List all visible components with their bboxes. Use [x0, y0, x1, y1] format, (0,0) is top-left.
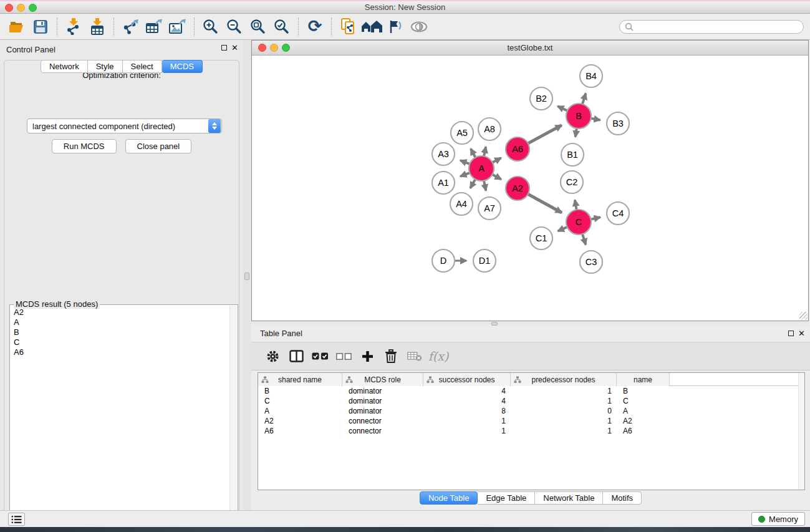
import-table-button[interactable]: [85, 16, 109, 38]
import-network-button[interactable]: [62, 16, 85, 38]
network-window-titlebar[interactable]: testGlobe.txt: [252, 41, 808, 56]
zoom-fit-icon: [250, 19, 266, 35]
graph-node-A6[interactable]: A6: [506, 137, 529, 161]
show-details-button[interactable]: [407, 16, 431, 38]
close-window-icon[interactable]: [5, 4, 13, 12]
splitter-handle[interactable]: [244, 273, 249, 280]
tab-network[interactable]: Network: [41, 60, 88, 73]
delete-table-button[interactable]: [405, 346, 425, 367]
graph-node-A7[interactable]: A7: [478, 197, 501, 220]
graph-node-C[interactable]: C: [566, 210, 591, 235]
result-list-item[interactable]: B: [11, 327, 229, 337]
maximize-window-icon[interactable]: [29, 4, 37, 12]
table-row[interactable]: A6connector11A6: [258, 426, 804, 436]
criterion-dropdown[interactable]: largest connected component (directed): [27, 118, 222, 133]
save-session-button[interactable]: [29, 16, 52, 38]
search-input[interactable]: [634, 22, 798, 31]
column-header-successor-nodes[interactable]: successor nodes: [423, 373, 511, 386]
table-scrollbar[interactable]: [798, 373, 804, 490]
show-columns-button[interactable]: [286, 346, 306, 367]
graph-node-D1[interactable]: D1: [473, 249, 496, 272]
create-column-button[interactable]: [357, 346, 377, 367]
zoom-out-button[interactable]: [223, 16, 246, 38]
close-view-icon[interactable]: [258, 44, 266, 52]
tab-network-table[interactable]: Network Table: [535, 491, 603, 505]
graph-node-A1[interactable]: A1: [432, 172, 455, 194]
tab-style[interactable]: Style: [88, 60, 123, 73]
graph-node-A8[interactable]: A8: [478, 118, 501, 140]
run-mcds-button[interactable]: Run MCDS: [52, 139, 117, 153]
annotations-button[interactable]: [383, 16, 407, 38]
minimize-view-icon[interactable]: [270, 44, 278, 52]
app-titlebar[interactable]: Session: New Session: [0, 0, 810, 14]
close-panel-icon[interactable]: ✕: [798, 331, 805, 336]
select-all-button[interactable]: [310, 346, 330, 367]
graph-node-D[interactable]: D: [432, 249, 455, 272]
column-settings-button[interactable]: [263, 346, 282, 367]
tab-mcds[interactable]: MCDS: [162, 60, 203, 73]
table-row[interactable]: Adominator80A: [258, 406, 804, 416]
result-list-item[interactable]: A6: [11, 347, 229, 357]
first-neighbors-button[interactable]: [360, 16, 383, 38]
tab-node-table[interactable]: Node Table: [420, 491, 478, 505]
tab-select[interactable]: Select: [123, 60, 162, 73]
result-list-item[interactable]: C: [11, 337, 229, 347]
graph-node-B[interactable]: B: [566, 104, 591, 128]
column-header-shared-name[interactable]: shared name: [258, 373, 342, 386]
zoom-in-button[interactable]: [199, 16, 223, 38]
zoom-fit-button[interactable]: [246, 16, 270, 38]
memory-button[interactable]: Memory: [751, 512, 805, 526]
graph-node-C1[interactable]: C1: [530, 227, 552, 249]
column-header-name[interactable]: name: [617, 373, 670, 386]
apply-layout-button[interactable]: ⟳: [303, 16, 327, 38]
table-row[interactable]: A2connector11A2: [258, 416, 804, 426]
graph-node-B1[interactable]: B1: [561, 143, 584, 166]
graph-node-C4[interactable]: C4: [607, 202, 629, 225]
tab-motifs[interactable]: Motifs: [603, 491, 642, 505]
column-header-mcds-role[interactable]: MCDS role: [342, 373, 423, 386]
graph-node-A3[interactable]: A3: [432, 143, 455, 165]
delete-columns-button[interactable]: [381, 346, 401, 367]
graph-edge-A2-C[interactable]: [527, 193, 562, 213]
graph-edge-A6-B[interactable]: [527, 125, 562, 144]
maximize-view-icon[interactable]: [282, 44, 290, 52]
new-network-from-selection-button[interactable]: [336, 16, 360, 38]
float-panel-icon[interactable]: [221, 45, 227, 51]
table-row[interactable]: Cdominator41C: [258, 396, 804, 406]
open-session-button[interactable]: [5, 16, 29, 38]
result-list-item[interactable]: A2: [11, 307, 229, 317]
search-field[interactable]: [619, 20, 804, 34]
network-canvas[interactable]: B4B2BB3A8A5A6A3B1AC2A1A2A4A7C4CC1C3DD1: [252, 56, 808, 321]
horizontal-splitter[interactable]: [251, 321, 810, 326]
export-network-button[interactable]: [118, 16, 142, 38]
graph-node-C2[interactable]: C2: [561, 171, 583, 193]
graph-node-C3[interactable]: C3: [580, 251, 602, 273]
close-panel-button[interactable]: Close panel: [125, 139, 192, 153]
graph-node-B2[interactable]: B2: [530, 87, 552, 110]
export-table-button[interactable]: [142, 16, 166, 38]
close-panel-icon[interactable]: ✕: [231, 45, 238, 51]
graph-node-B3[interactable]: B3: [607, 112, 629, 135]
graph-node-A[interactable]: A: [469, 156, 494, 181]
table-row[interactable]: Bdominator41B: [258, 386, 804, 396]
deselect-all-button[interactable]: [334, 346, 354, 367]
graph-node-A2[interactable]: A2: [506, 177, 529, 200]
column-header-predecessor-nodes[interactable]: predecessor nodes: [511, 373, 617, 386]
float-panel-icon[interactable]: [788, 331, 794, 336]
zoom-selected-button[interactable]: [270, 16, 294, 38]
graph-node-A5[interactable]: A5: [451, 122, 473, 144]
window-resize-grip[interactable]: [799, 312, 808, 320]
export-image-button[interactable]: [166, 16, 190, 38]
graph-node-A4[interactable]: A4: [450, 193, 473, 215]
fx-icon: f(x): [428, 349, 449, 363]
task-history-button[interactable]: [8, 513, 25, 526]
graph-node-B4[interactable]: B4: [580, 65, 602, 87]
function-builder-button[interactable]: f(x): [428, 346, 448, 367]
vertical-splitter[interactable]: [243, 40, 251, 510]
tab-edge-table[interactable]: Edge Table: [478, 491, 535, 505]
minimize-window-icon[interactable]: [17, 4, 25, 12]
table-cell: A: [258, 407, 342, 415]
result-list-scrollbar[interactable]: [229, 306, 237, 518]
import-network-icon: [65, 18, 82, 35]
result-list-item[interactable]: A: [11, 317, 229, 327]
